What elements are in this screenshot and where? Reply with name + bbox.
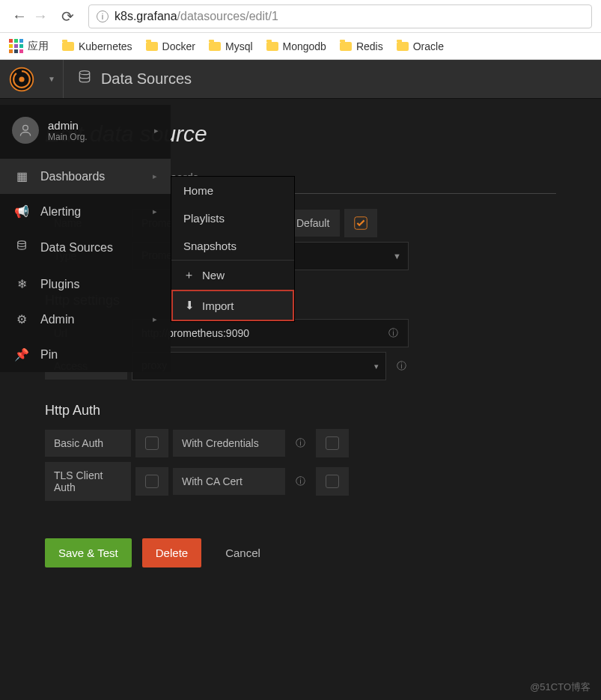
site-info-icon: i xyxy=(97,10,109,22)
submenu-snapshots[interactable]: Snapshots xyxy=(171,232,294,260)
reload-button[interactable]: ⟳ xyxy=(57,6,78,27)
folder-icon xyxy=(397,42,409,51)
http-auth-heading: Http Auth xyxy=(45,403,556,419)
folder-icon xyxy=(62,42,74,51)
folder-icon xyxy=(209,42,221,51)
main-menu-sidebar: admin Main Org. ▸ ▦Dashboards ▸ 📢Alertin… xyxy=(0,105,171,372)
default-checkbox[interactable] xyxy=(344,209,377,237)
folder-icon xyxy=(146,42,158,51)
submenu-playlists[interactable]: Playlists xyxy=(171,204,294,232)
folder-icon xyxy=(340,42,352,51)
info-icon[interactable]: ⓘ xyxy=(290,475,311,488)
info-icon[interactable]: ⓘ xyxy=(391,359,412,373)
svg-point-2 xyxy=(79,71,89,75)
dashboards-icon: ▦ xyxy=(13,169,30,183)
svg-point-1 xyxy=(19,76,24,82)
grafana-menu-button[interactable]: ▼ xyxy=(0,60,64,98)
basic-auth-checkbox[interactable] xyxy=(135,429,168,457)
menu-pin[interactable]: 📌Pin xyxy=(0,337,171,372)
url-input[interactable] xyxy=(132,319,409,347)
folder-icon xyxy=(266,42,278,51)
chevron-right-icon: ▸ xyxy=(153,207,157,216)
avatar-icon xyxy=(12,117,39,144)
chevron-right-icon: ▸ xyxy=(153,314,157,324)
cancel-button[interactable]: Cancel xyxy=(212,538,274,567)
caret-down-icon: ▼ xyxy=(48,75,55,83)
delete-button[interactable]: Delete xyxy=(142,538,201,567)
user-name: admin xyxy=(48,119,88,132)
pin-icon: 📌 xyxy=(13,347,30,362)
download-icon: ⬇ xyxy=(185,299,195,312)
bookmark-oracle[interactable]: Oracle xyxy=(397,40,444,52)
url-host: k8s.grafana xyxy=(115,10,177,23)
save-test-button[interactable]: Save & Test xyxy=(45,538,132,567)
info-icon[interactable]: ⓘ xyxy=(290,436,311,450)
admin-icon: ⚙ xyxy=(13,312,30,326)
submenu-new[interactable]: ＋New xyxy=(171,261,294,290)
bookmark-mysql[interactable]: Mysql xyxy=(209,40,253,52)
forward-button[interactable]: → xyxy=(30,6,51,27)
breadcrumb-title: Data Sources xyxy=(101,70,192,88)
tls-client-checkbox[interactable] xyxy=(135,467,168,496)
with-ca-checkbox[interactable] xyxy=(316,467,349,496)
apps-button[interactable]: 应用 xyxy=(9,39,49,53)
menu-admin[interactable]: ⚙Admin ▸ xyxy=(0,302,171,337)
plus-icon: ＋ xyxy=(183,268,195,282)
plugins-icon: ❄ xyxy=(13,277,30,291)
svg-point-4 xyxy=(23,125,28,130)
apps-label: 应用 xyxy=(28,40,49,53)
svg-point-5 xyxy=(18,241,26,244)
grafana-logo-icon xyxy=(0,58,43,101)
chevron-right-icon: ▸ xyxy=(154,126,159,136)
menu-plugins[interactable]: ❄Plugins xyxy=(0,267,171,302)
bookmark-kubernetes[interactable]: Kubernetes xyxy=(62,40,132,52)
bookmark-docker[interactable]: Docker xyxy=(146,40,195,52)
tls-client-label: TLS Client Auth xyxy=(45,462,131,501)
url-path: /datasources/edit/1 xyxy=(177,10,278,23)
basic-auth-label: Basic Auth xyxy=(45,430,131,457)
apps-icon xyxy=(9,39,23,53)
dashboards-submenu: Home Playlists Snapshots ＋New ⬇Import xyxy=(171,176,295,322)
user-org: Main Org. xyxy=(48,132,88,142)
submenu-home[interactable]: Home xyxy=(171,177,294,204)
user-block[interactable]: admin Main Org. ▸ xyxy=(0,105,171,159)
chevron-right-icon: ▸ xyxy=(153,171,157,181)
menu-datasources[interactable]: Data Sources xyxy=(0,229,171,267)
menu-alerting[interactable]: 📢Alerting ▸ xyxy=(0,194,171,229)
with-credentials-checkbox[interactable] xyxy=(316,429,349,457)
bookmark-mongodb[interactable]: Mongodb xyxy=(266,40,326,52)
back-button[interactable]: ← xyxy=(9,6,30,27)
alerting-icon: 📢 xyxy=(13,204,30,219)
watermark: @51CTO博客 xyxy=(530,681,591,694)
with-credentials-label: With Credentials xyxy=(173,430,285,457)
info-icon[interactable]: ⓘ xyxy=(382,326,404,340)
submenu-import[interactable]: ⬇Import xyxy=(171,290,294,321)
with-ca-label: With CA Cert xyxy=(173,468,285,495)
bookmark-redis[interactable]: Redis xyxy=(340,40,383,52)
checkmark-icon xyxy=(353,215,369,231)
database-icon xyxy=(77,70,92,88)
address-bar[interactable]: i k8s.grafana/datasources/edit/1 xyxy=(88,4,592,28)
menu-dashboards[interactable]: ▦Dashboards ▸ xyxy=(0,159,171,194)
database-icon xyxy=(13,240,30,256)
